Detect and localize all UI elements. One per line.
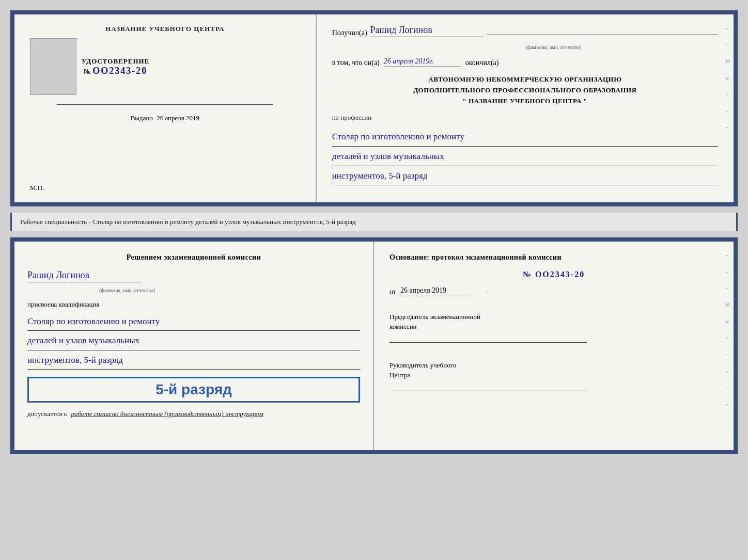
issued-line: Выдано 26 апреля 2019 <box>131 114 199 122</box>
bottom-prof-line3: инструментов, 5-й разряд <box>27 353 360 370</box>
bottom-certificate: Решением экзаменационной комиссии Рашид … <box>10 237 738 454</box>
org-line2: ДОПОЛНИТЕЛЬНОГО ПРОФЕССИОНАЛЬНОГО ОБРАЗО… <box>332 85 718 96</box>
prisvoena-label: присвоена квалификация <box>27 300 360 309</box>
top-certificate: НАЗВАНИЕ УЧЕБНОГО ЦЕНТРА УДОСТОВЕРЕНИЕ №… <box>10 10 738 206</box>
dash-line <box>487 35 718 35</box>
cert-number: OO2343-20 <box>92 66 147 76</box>
osnovanie-label: Основание: протокол экзаменационной коми… <box>389 252 718 263</box>
vtom-label: в том, что он(а) <box>332 59 380 67</box>
dopuskaetsya-label: допускается к <box>27 410 67 418</box>
ot-label: от <box>389 288 396 296</box>
bottom-prof-line1: Столяр по изготовлению и ремонту <box>27 314 360 331</box>
page-wrapper: НАЗВАНИЕ УЧЕБНОГО ЦЕНТРА УДОСТОВЕРЕНИЕ №… <box>10 10 738 454</box>
bottom-right-edge-markers: –––Иа←–––– <box>726 252 731 407</box>
okonchil-label: окончил(а) <box>465 59 499 67</box>
bottom-recipient-name: Рашид Логинов <box>27 270 141 282</box>
vtom-date: 26 апреля 2019г. <box>384 57 461 67</box>
profession-block-top: Столяр по изготовлению и ремонту деталей… <box>332 129 718 185</box>
protocol-num: OO2343-20 <box>535 270 585 279</box>
from-date-line: от 26 апреля 2019 – <box>389 286 718 296</box>
fio-sublabel-bottom: (фамилия, имя, отчество) <box>27 287 227 293</box>
org-line1: АВТОНОМНУЮ НЕКОММЕРЧЕСКУЮ ОРГАНИЗАЦИЮ <box>332 74 718 85</box>
ot-date: 26 апреля 2019 <box>400 286 473 296</box>
rukovoditel-block: Руководитель учебного Центра <box>389 360 718 391</box>
middle-strip: Рабочая специальность - Столяр по изгото… <box>10 213 738 231</box>
photo-placeholder <box>30 38 76 95</box>
org-block: АВТОНОМНУЮ НЕКОММЕРЧЕСКУЮ ОРГАНИЗАЦИЮ ДО… <box>332 74 718 106</box>
issued-date: 26 апреля 2019 <box>157 114 199 122</box>
bottom-cert-right: Основание: протокол экзаменационной коми… <box>374 242 734 450</box>
bottom-prof-line2: деталей и узлов музыкальных <box>27 333 360 350</box>
udostoverenie-label: УДОСТОВЕРЕНИЕ <box>82 57 149 66</box>
prof-line3: инструментов, 5-й разряд <box>332 168 718 186</box>
profession-block-bottom: Столяр по изготовлению и ремонту деталей… <box>27 314 360 370</box>
poluchil-label: Получил(а) <box>332 29 367 37</box>
middle-text: Рабочая специальность - Столяр по изгото… <box>20 218 356 226</box>
predsedatel-block: Председатель экзаменационной комиссии <box>389 312 718 343</box>
commission-title: Решением экзаменационной комиссии <box>27 252 360 263</box>
learning-center-title-top: НАЗВАНИЕ УЧЕБНОГО ЦЕНТРА <box>105 25 225 33</box>
rank-highlight-text: 5-й разряд <box>155 381 232 397</box>
prof-line1: Столяр по изготовлению и ремонту <box>332 129 718 147</box>
protocol-number: № OO2343-20 <box>389 270 718 279</box>
dopuskaetsya-line: допускается к работе согласно должностны… <box>27 410 360 418</box>
rukovoditel-label1: Руководитель учебного <box>389 361 456 369</box>
po-professii-label: по профессии <box>332 114 718 122</box>
recipient-name: Рашид Логинов <box>370 25 484 37</box>
rukovoditel-label2: Центра <box>389 371 410 379</box>
predsedatel-signature <box>389 342 587 343</box>
dopuskaetsya-value: работе согласно должностным (производств… <box>71 410 263 418</box>
top-cert-left: НАЗВАНИЕ УЧЕБНОГО ЦЕНТРА УДОСТОВЕРЕНИЕ №… <box>14 14 317 202</box>
rukovoditel-signature <box>389 391 587 391</box>
fio-sublabel-top: (фамилия, имя, отчество) <box>389 44 718 50</box>
cert-number-block: УДОСТОВЕРЕНИЕ № OO2343-20 <box>82 57 149 76</box>
rank-highlight-box: 5-й разряд <box>27 377 360 403</box>
mp-line: М.П. <box>30 184 44 192</box>
issued-label: Выдано <box>131 114 153 122</box>
org-line3: " НАЗВАНИЕ УЧЕБНОГО ЦЕНТРА " <box>332 96 718 107</box>
top-cert-right: Получил(а) Рашид Логинов (фамилия, имя, … <box>317 14 734 202</box>
prof-line2: деталей и узлов музыкальных <box>332 149 718 166</box>
predsedatel-label1: Председатель экзаменационной <box>389 313 480 321</box>
right-edge-markers: ––Иа←–– <box>726 25 731 130</box>
predsedatel-label2: комиссии <box>389 323 417 330</box>
date-line: в том, что он(а) 26 апреля 2019г. окончи… <box>332 57 718 67</box>
recipient-line: Получил(а) Рашид Логинов <box>332 25 718 37</box>
bottom-cert-left: Решением экзаменационной комиссии Рашид … <box>14 242 374 450</box>
number-prefix: № <box>84 68 90 76</box>
protocol-prefix: № <box>523 270 532 279</box>
